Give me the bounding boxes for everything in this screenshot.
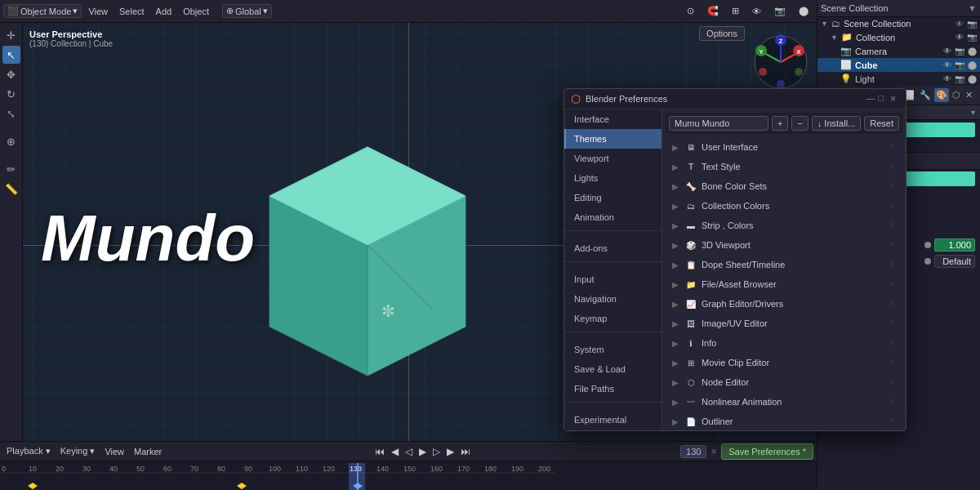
theme-selector[interactable]: Mumu Mundo [669, 116, 768, 131]
play-button[interactable]: ▶ [416, 444, 429, 459]
maximize-button[interactable]: □ [878, 93, 884, 105]
install-theme-button[interactable]: ↓ Install... [812, 116, 861, 131]
render-icon[interactable]: 📷 [769, 4, 791, 18]
nav-viewport[interactable]: Viewport [564, 149, 662, 168]
mode-selector[interactable]: ⬛ Object Mode ▾ [3, 4, 82, 18]
nav-editing[interactable]: Editing [564, 188, 662, 207]
prefs-strip-colors[interactable]: ▶ ▬ Strip , Colors ⠿ [666, 216, 902, 235]
cube-render-icon[interactable]: 📷 [955, 60, 964, 69]
transform-selector[interactable]: ⊕ Global ▾ [222, 4, 272, 18]
nav-addons[interactable]: Add-ons [564, 238, 662, 258]
light-render-icon[interactable]: 📷 [955, 74, 964, 83]
marker-menu[interactable]: Marker [131, 446, 165, 457]
prefs-image-uv-editor[interactable]: ▶ 🖼 Image/UV Editor ⠿ [666, 314, 902, 333]
transform-tool[interactable]: ⊕ [2, 132, 20, 150]
viewport-gizmo-icon[interactable]: 👁 [747, 5, 766, 18]
scene-collection-item[interactable]: ▼ 🗂 Scene Collection 👁 📷 [817, 17, 980, 30]
proportional-edit-icon[interactable]: ⊙ [682, 4, 699, 18]
material-prop-icon[interactable]: 🎨 [934, 88, 949, 102]
camera-visibility-icon[interactable]: 👁 [943, 47, 951, 56]
navigation-gizmo[interactable]: X Y Z [748, 29, 813, 95]
modifier-icon[interactable]: 🔧 [918, 88, 933, 102]
camera-select-icon[interactable]: ⬤ [968, 47, 977, 56]
collection-item[interactable]: ▼ 📁 Collection 👁 📷 [817, 30, 980, 44]
prefs-collection-colors[interactable]: ▶ 🗂 Collection Colors ⠿ [666, 196, 902, 216]
prefs-user-interface[interactable]: ▶ 🖥 User Interface ⠿ [666, 137, 902, 157]
overlay-icon[interactable]: ⬤ [794, 4, 813, 18]
prefs-3d-viewport[interactable]: ▶ 🎲 3D Viewport ⠿ [666, 235, 902, 255]
select-menu[interactable]: Select [114, 5, 149, 18]
nav-system[interactable]: System [564, 340, 662, 359]
move-tool[interactable]: ✥ [2, 65, 20, 83]
camera-render-icon[interactable]: 📷 [955, 47, 964, 56]
normal-value[interactable]: Default [934, 255, 975, 268]
prefs-text-style[interactable]: ▶ T Text Style ⠿ [666, 157, 902, 176]
visibility-icon[interactable]: 👁 [956, 20, 964, 29]
light-select-icon[interactable]: ⬤ [968, 74, 977, 83]
nav-save-load[interactable]: Save & Load [564, 359, 662, 379]
nav-input[interactable]: Input [564, 270, 662, 289]
jump-end-button[interactable]: ⏭ [458, 444, 473, 459]
select-tool[interactable]: ↖ [2, 46, 20, 64]
current-frame[interactable]: 130 [680, 445, 706, 458]
close-prop-icon[interactable]: ✕ [964, 88, 974, 102]
scale-tool[interactable]: ⤡ [2, 105, 20, 122]
prefs-dope-sheet[interactable]: ▶ 📋 Dope Sheet/Timeline ⠿ [666, 255, 902, 274]
nav-animation[interactable]: Animation [564, 207, 662, 227]
prefs-outliner[interactable]: ▶ 📄 Outliner ⠿ [666, 412, 902, 430]
camera-item[interactable]: 📷 Camera 👁 📷 ⬤ [817, 44, 980, 58]
main-container: ⬛ Object Mode ▾ View Select Add Object ⊕… [0, 0, 980, 490]
view-menu-timeline[interactable]: View [101, 446, 127, 457]
cube-select-icon[interactable]: ⬤ [968, 60, 977, 69]
render-icon[interactable]: 📷 [967, 20, 977, 29]
reset-theme-button[interactable]: Reset [864, 116, 899, 131]
nav-keymap[interactable]: Keymap [564, 309, 662, 328]
prefs-file-asset-browser[interactable]: ▶ 📁 File/Asset Browser ⠿ [666, 274, 902, 294]
prefs-bone-color-sets[interactable]: ▶ 🦴 Bone Color Sets ⠿ [666, 176, 902, 196]
prefs-info[interactable]: ▶ ℹ Info ⠿ [666, 333, 902, 353]
measure-tool[interactable]: 📏 [2, 180, 20, 198]
timeline-menu-icon[interactable]: ≡ [711, 447, 716, 456]
keying-menu[interactable]: Keying ▾ [57, 445, 99, 457]
object-menu[interactable]: Object [178, 5, 214, 18]
cube-visibility-icon[interactable]: 👁 [943, 60, 951, 69]
prefs-graph-editor[interactable]: ▶ 📈 Graph Editor/Drivers ⠿ [666, 294, 902, 314]
nav-lights[interactable]: Lights [564, 168, 662, 188]
close-button[interactable]: × [887, 93, 899, 105]
options-button[interactable]: Options [699, 26, 745, 41]
add-theme-button[interactable]: + [772, 116, 788, 131]
playback-menu[interactable]: Playback ▾ [3, 445, 54, 457]
cursor-tool[interactable]: ✛ [2, 26, 20, 44]
prev-keyframe-button[interactable]: ◀ [389, 444, 401, 459]
nav-navigation[interactable]: Navigation [564, 289, 662, 309]
minimize-button[interactable]: — [866, 93, 875, 105]
next-keyframe-button[interactable]: ▶ [444, 444, 457, 459]
add-menu[interactable]: Add [151, 5, 177, 18]
transform-pivot-icon[interactable]: ⊞ [727, 4, 744, 18]
save-preferences-button[interactable]: Save Preferences * [721, 443, 813, 460]
nav-themes[interactable]: Themes [564, 129, 662, 149]
light-visibility-icon[interactable]: 👁 [943, 74, 951, 83]
view-menu[interactable]: View [83, 5, 113, 18]
nodes-icon[interactable]: ⬡ [951, 88, 962, 102]
snap-icon[interactable]: 🧲 [702, 4, 724, 18]
nav-file-paths[interactable]: File Paths [564, 379, 662, 399]
light-item[interactable]: 💡 Light 👁 📷 ⬤ [817, 72, 980, 86]
annotate-tool[interactable]: ✏ [2, 160, 20, 178]
cube-item[interactable]: ⬜ Cube 👁 📷 ⬤ [817, 58, 980, 72]
remove-theme-button[interactable]: − [791, 116, 808, 131]
step-back-button[interactable]: ◁ [403, 444, 415, 459]
rotate-tool[interactable]: ↻ [2, 85, 20, 103]
collection-visibility-icon[interactable]: 👁 [956, 33, 964, 42]
step-forward-button[interactable]: ▷ [430, 444, 443, 459]
collection-render-icon[interactable]: 📷 [967, 33, 977, 42]
timeline-track[interactable]: 0 10 20 30 40 50 60 70 80 90 100 110 120 [0, 461, 817, 490]
jump-start-button[interactable]: ⏮ [372, 444, 387, 459]
alpha-value[interactable]: 1.000 [934, 238, 975, 252]
prefs-node-editor[interactable]: ▶ ⬡ Node Editor ⠿ [666, 372, 902, 392]
nav-experimental[interactable]: Experimental [564, 410, 662, 430]
filter-icon[interactable]: ▼ [968, 3, 977, 13]
nav-interface[interactable]: Interface [564, 109, 662, 129]
prefs-movie-clip[interactable]: ▶ ⊞ Movie Clip Editor ⠿ [666, 353, 902, 372]
prefs-nonlinear-animation[interactable]: ▶ 〰 Nonlinear Animation ⠿ [666, 392, 902, 412]
